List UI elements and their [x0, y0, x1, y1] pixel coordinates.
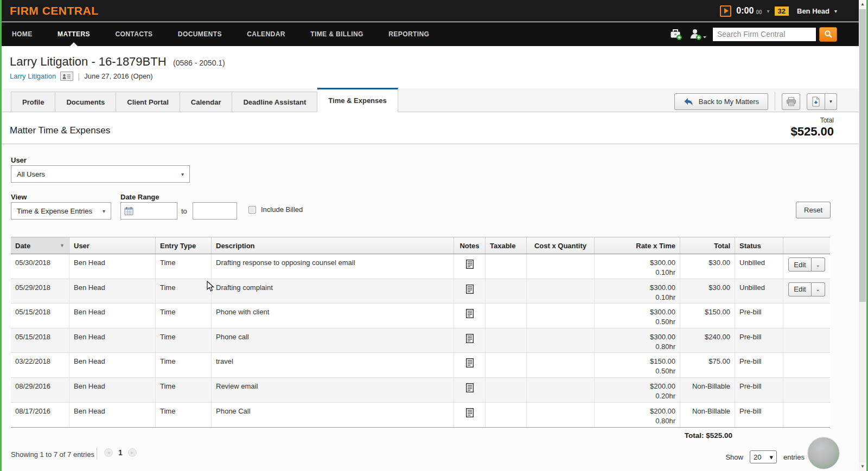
tab-calendar[interactable]: Calendar: [180, 92, 233, 112]
nav-item-calendar[interactable]: CALENDAR: [246, 22, 286, 46]
timer-value[interactable]: 0:00: [736, 6, 754, 16]
scrollbar-thumb[interactable]: [859, 9, 866, 302]
nav-item-contacts[interactable]: CONTACTS: [114, 22, 154, 46]
view-select-chevron-icon: ▾: [103, 208, 105, 214]
previous-page-button[interactable]: ◄: [104, 448, 113, 457]
time-expenses-content: User All Users ▾ View Time & Expense Ent…: [0, 144, 859, 471]
cell-rate-time: $300.00 0.10hr: [595, 254, 680, 279]
tab-profile[interactable]: Profile: [11, 92, 55, 112]
cell-taxable: [486, 403, 527, 428]
firm-central-logo[interactable]: FIRM CENTRAL: [10, 4, 98, 17]
note-icon[interactable]: [466, 309, 474, 328]
view-filter-label: View: [11, 193, 27, 201]
edit-dropdown-button[interactable]: ⌄: [812, 282, 825, 296]
table-row[interactable]: 03/22/2018 Ben Head Time travel $150.00 …: [11, 353, 830, 378]
column-header-status[interactable]: Status: [735, 237, 783, 254]
cell-taxable: [486, 254, 527, 279]
export-button[interactable]: [807, 93, 825, 110]
column-header-cost-quantity[interactable]: Cost x Quantity: [527, 237, 595, 254]
nav-item-time-billing[interactable]: TIME & BILLING: [309, 22, 365, 46]
user-menu-name[interactable]: Ben Head: [797, 7, 829, 15]
table-row[interactable]: 05/30/2018 Ben Head Time Drafting respon…: [11, 254, 830, 279]
cell-user: Ben Head: [69, 378, 156, 402]
summary-total-value: $525.00: [790, 125, 834, 139]
cell-status: Pre-bill: [735, 304, 783, 328]
column-header-taxable[interactable]: Taxable: [486, 237, 527, 254]
cell-user: Ben Head: [69, 353, 156, 377]
next-page-button[interactable]: ►: [128, 448, 137, 457]
scrollbar-down-button[interactable]: ▼: [859, 462, 866, 471]
cell-total: $150.00: [680, 304, 735, 328]
scrollbar-up-button[interactable]: ▲: [859, 0, 866, 9]
column-header-date[interactable]: Date ▼: [11, 237, 69, 254]
cursor-highlight-overlay: [808, 437, 839, 469]
user-menu-chevron-down-icon[interactable]: ▾: [834, 8, 837, 14]
table-row[interactable]: 05/15/2018 Ben Head Time Phone call $300…: [11, 328, 830, 353]
toolbar-divider: [775, 92, 775, 111]
matter-title-row: Larry Litigation - 16-1879BTH (0586 - 20…: [10, 55, 225, 69]
include-billed-checkbox[interactable]: [248, 206, 256, 214]
search-button[interactable]: [819, 27, 837, 42]
note-icon[interactable]: [466, 408, 474, 428]
view-select-value: Time & Expense Entries: [17, 207, 92, 215]
edit-dropdown-button[interactable]: ⌄: [812, 257, 825, 272]
column-header-user[interactable]: User: [69, 237, 156, 254]
tab-deadline-assistant[interactable]: Deadline Assistant: [232, 92, 317, 112]
notification-count-badge[interactable]: 32: [775, 7, 789, 16]
note-icon[interactable]: [466, 334, 474, 353]
date-from-input[interactable]: [120, 202, 177, 220]
tab-band: Profile Documents Client Portal Calendar…: [0, 88, 859, 112]
cell-entry-type: Time: [156, 304, 212, 328]
nav-item-matters[interactable]: MATTERS: [56, 22, 91, 46]
note-icon[interactable]: [466, 383, 474, 402]
vertical-scrollbar[interactable]: ▲ ▼: [859, 0, 866, 471]
cell-user: Ben Head: [69, 328, 156, 353]
contact-card-icon[interactable]: [60, 72, 73, 81]
back-to-my-matters-button[interactable]: Back to My Matters: [674, 93, 768, 110]
export-button-group: ▾: [807, 93, 837, 110]
cell-total: Non-Billable: [680, 378, 735, 402]
timer-play-icon[interactable]: [720, 5, 731, 17]
tab-client-portal[interactable]: Client Portal: [116, 92, 180, 112]
nav-item-reporting[interactable]: REPORTING: [387, 22, 430, 46]
user-select[interactable]: All Users ▾: [11, 165, 190, 183]
table-row[interactable]: 08/17/2016 Ben Head Time Phone Call $200…: [11, 403, 830, 428]
subheader-divider: |: [78, 72, 80, 81]
tab-documents[interactable]: Documents: [55, 92, 116, 112]
column-header-rate-time[interactable]: Rate x Time: [595, 237, 680, 254]
column-header-entry-type[interactable]: Entry Type: [156, 237, 212, 254]
add-contact-person-icon[interactable]: [688, 28, 707, 41]
date-to-input[interactable]: [193, 202, 237, 220]
cell-entry-type: Time: [156, 279, 212, 304]
current-page-number[interactable]: 1: [118, 448, 123, 457]
column-header-total[interactable]: Total: [680, 237, 735, 254]
tab-time-expenses[interactable]: Time & Expenses: [317, 88, 398, 112]
view-select[interactable]: Time & Expense Entries ▾: [11, 202, 111, 220]
cell-actions: Edit ⌄: [783, 254, 830, 279]
page-size-select[interactable]: 20 ▾: [750, 450, 777, 463]
search-input[interactable]: [712, 27, 816, 42]
edit-button[interactable]: Edit: [788, 282, 811, 296]
print-button[interactable]: [782, 93, 800, 110]
note-icon[interactable]: [466, 285, 474, 304]
add-matter-briefcase-icon[interactable]: [669, 28, 683, 41]
edit-button[interactable]: Edit: [788, 257, 811, 272]
timer-chevron-down-icon[interactable]: ▾: [767, 8, 770, 14]
note-icon[interactable]: [466, 358, 474, 377]
table-row[interactable]: 05/29/2018 Ben Head Time Drafting compla…: [11, 279, 830, 304]
nav-item-home[interactable]: HOME: [11, 22, 34, 46]
column-header-description[interactable]: Description: [212, 237, 454, 254]
export-dropdown-button[interactable]: ▾: [825, 93, 837, 110]
export-chevron-down-icon: ▾: [829, 99, 832, 104]
cell-total: $30.00: [680, 254, 735, 279]
table-row[interactable]: 05/15/2018 Ben Head Time Phone with clie…: [11, 304, 830, 328]
client-link[interactable]: Larry Litigation: [10, 72, 56, 80]
page-size-control: Show 20 ▾ entries: [725, 450, 805, 463]
column-header-actions: [783, 237, 830, 254]
reset-button[interactable]: Reset: [796, 202, 831, 218]
nav-item-documents[interactable]: DOCUMENTS: [177, 22, 223, 46]
column-header-notes[interactable]: Notes: [454, 237, 486, 254]
page-size-value: 20: [754, 453, 761, 461]
note-icon[interactable]: [466, 260, 474, 279]
table-row[interactable]: 08/29/2016 Ben Head Time Review email $2…: [11, 378, 830, 403]
